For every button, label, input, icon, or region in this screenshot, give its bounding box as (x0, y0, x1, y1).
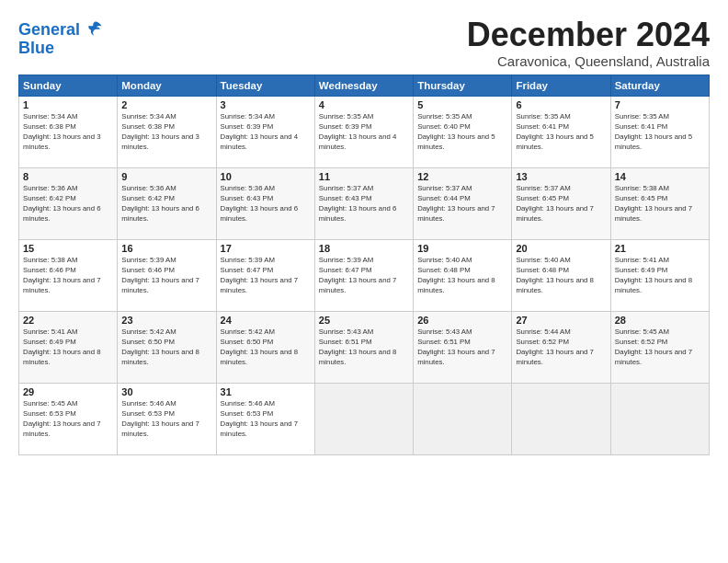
calendar-cell: 3Sunrise: 5:34 AMSunset: 6:39 PMDaylight… (216, 96, 314, 167)
day-number: 1 (23, 99, 113, 110)
day-number: 11 (319, 171, 409, 182)
calendar-cell: 7Sunrise: 5:35 AMSunset: 6:41 PMDaylight… (610, 96, 709, 167)
title-block: December 2024 Caravonica, Queensland, Au… (467, 17, 710, 69)
location-title: Caravonica, Queensland, Australia (467, 53, 710, 69)
col-header-saturday: Saturday (610, 75, 709, 96)
day-detail: Sunrise: 5:37 AMSunset: 6:43 PMDaylight:… (319, 183, 409, 224)
calendar-cell: 2Sunrise: 5:34 AMSunset: 6:38 PMDaylight… (118, 96, 216, 167)
day-number: 14 (615, 171, 705, 182)
day-detail: Sunrise: 5:45 AMSunset: 6:52 PMDaylight:… (615, 327, 705, 368)
calendar-cell (314, 383, 413, 454)
month-title: December 2024 (467, 17, 710, 53)
week-row-5: 29Sunrise: 5:45 AMSunset: 6:53 PMDayligh… (19, 383, 710, 454)
day-number: 2 (121, 99, 211, 110)
day-number: 29 (23, 386, 113, 397)
day-number: 5 (417, 99, 507, 110)
day-detail: Sunrise: 5:37 AMSunset: 6:44 PMDaylight:… (417, 183, 507, 224)
calendar-cell: 9Sunrise: 5:36 AMSunset: 6:42 PMDaylight… (118, 167, 216, 239)
day-detail: Sunrise: 5:35 AMSunset: 6:41 PMDaylight:… (615, 111, 705, 153)
calendar-cell: 26Sunrise: 5:43 AMSunset: 6:51 PMDayligh… (414, 311, 512, 383)
col-header-sunday: Sunday (19, 75, 118, 96)
calendar-cell (512, 383, 610, 454)
day-number: 13 (516, 171, 606, 182)
day-number: 30 (121, 386, 211, 397)
calendar-cell: 8Sunrise: 5:36 AMSunset: 6:42 PMDaylight… (19, 167, 118, 239)
day-detail: Sunrise: 5:43 AMSunset: 6:51 PMDaylight:… (417, 327, 507, 368)
day-number: 24 (221, 315, 311, 326)
calendar-cell: 11Sunrise: 5:37 AMSunset: 6:43 PMDayligh… (314, 167, 413, 239)
calendar-cell: 6Sunrise: 5:35 AMSunset: 6:41 PMDaylight… (512, 96, 610, 167)
day-number: 6 (516, 99, 606, 110)
col-header-friday: Friday (512, 75, 610, 96)
day-detail: Sunrise: 5:35 AMSunset: 6:40 PMDaylight:… (417, 111, 507, 153)
calendar-cell: 1Sunrise: 5:34 AMSunset: 6:38 PMDaylight… (19, 96, 118, 167)
day-detail: Sunrise: 5:38 AMSunset: 6:46 PMDaylight:… (23, 255, 113, 296)
calendar-cell: 19Sunrise: 5:40 AMSunset: 6:48 PMDayligh… (414, 239, 512, 311)
day-detail: Sunrise: 5:34 AMSunset: 6:38 PMDaylight:… (121, 111, 211, 153)
day-detail: Sunrise: 5:39 AMSunset: 6:47 PMDaylight:… (221, 255, 311, 296)
calendar-cell: 10Sunrise: 5:36 AMSunset: 6:43 PMDayligh… (216, 167, 314, 239)
day-detail: Sunrise: 5:34 AMSunset: 6:38 PMDaylight:… (23, 111, 113, 153)
calendar-cell: 24Sunrise: 5:42 AMSunset: 6:50 PMDayligh… (216, 311, 314, 383)
header-row: SundayMondayTuesdayWednesdayThursdayFrid… (19, 75, 710, 96)
day-number: 10 (221, 171, 311, 182)
day-number: 4 (319, 99, 409, 110)
day-detail: Sunrise: 5:43 AMSunset: 6:51 PMDaylight:… (319, 327, 409, 368)
day-number: 23 (121, 315, 211, 326)
col-header-monday: Monday (118, 75, 216, 96)
calendar-cell: 18Sunrise: 5:39 AMSunset: 6:47 PMDayligh… (314, 239, 413, 311)
day-detail: Sunrise: 5:46 AMSunset: 6:53 PMDaylight:… (221, 398, 311, 440)
calendar-cell: 16Sunrise: 5:39 AMSunset: 6:46 PMDayligh… (118, 239, 216, 311)
day-number: 26 (417, 315, 507, 326)
day-detail: Sunrise: 5:40 AMSunset: 6:48 PMDaylight:… (417, 255, 507, 296)
calendar-cell (610, 383, 709, 454)
day-number: 19 (417, 243, 507, 254)
calendar-cell: 27Sunrise: 5:44 AMSunset: 6:52 PMDayligh… (512, 311, 610, 383)
day-detail: Sunrise: 5:46 AMSunset: 6:53 PMDaylight:… (121, 398, 211, 440)
calendar-cell: 29Sunrise: 5:45 AMSunset: 6:53 PMDayligh… (19, 383, 118, 454)
logo-bird-icon (86, 19, 105, 38)
header: General Blue December 2024 Caravonica, Q… (18, 17, 710, 69)
calendar-cell (414, 383, 512, 454)
day-detail: Sunrise: 5:42 AMSunset: 6:50 PMDaylight:… (221, 327, 311, 368)
calendar-cell: 30Sunrise: 5:46 AMSunset: 6:53 PMDayligh… (118, 383, 216, 454)
calendar-cell: 28Sunrise: 5:45 AMSunset: 6:52 PMDayligh… (610, 311, 709, 383)
day-detail: Sunrise: 5:37 AMSunset: 6:45 PMDaylight:… (516, 183, 606, 224)
day-detail: Sunrise: 5:41 AMSunset: 6:49 PMDaylight:… (23, 327, 113, 368)
day-detail: Sunrise: 5:35 AMSunset: 6:39 PMDaylight:… (319, 111, 409, 153)
week-row-1: 1Sunrise: 5:34 AMSunset: 6:38 PMDaylight… (19, 96, 710, 167)
col-header-wednesday: Wednesday (314, 75, 413, 96)
logo-blue: Blue (18, 40, 105, 58)
day-detail: Sunrise: 5:39 AMSunset: 6:46 PMDaylight:… (121, 255, 211, 296)
day-detail: Sunrise: 5:41 AMSunset: 6:49 PMDaylight:… (615, 255, 705, 296)
day-number: 21 (615, 243, 705, 254)
day-number: 28 (615, 315, 705, 326)
calendar-cell: 23Sunrise: 5:42 AMSunset: 6:50 PMDayligh… (118, 311, 216, 383)
day-detail: Sunrise: 5:36 AMSunset: 6:42 PMDaylight:… (23, 183, 113, 224)
day-detail: Sunrise: 5:45 AMSunset: 6:53 PMDaylight:… (23, 398, 113, 440)
calendar-cell: 12Sunrise: 5:37 AMSunset: 6:44 PMDayligh… (414, 167, 512, 239)
col-header-thursday: Thursday (414, 75, 512, 96)
day-number: 7 (615, 99, 705, 110)
week-row-3: 15Sunrise: 5:38 AMSunset: 6:46 PMDayligh… (19, 239, 710, 311)
day-number: 12 (417, 171, 507, 182)
day-number: 20 (516, 243, 606, 254)
day-detail: Sunrise: 5:35 AMSunset: 6:41 PMDaylight:… (516, 111, 606, 153)
day-number: 25 (319, 315, 409, 326)
calendar-cell: 31Sunrise: 5:46 AMSunset: 6:53 PMDayligh… (216, 383, 314, 454)
calendar-cell: 21Sunrise: 5:41 AMSunset: 6:49 PMDayligh… (610, 239, 709, 311)
day-detail: Sunrise: 5:38 AMSunset: 6:45 PMDaylight:… (615, 183, 705, 224)
day-number: 3 (221, 99, 311, 110)
calendar-cell: 13Sunrise: 5:37 AMSunset: 6:45 PMDayligh… (512, 167, 610, 239)
day-number: 9 (121, 171, 211, 182)
day-number: 31 (221, 386, 311, 397)
day-number: 17 (221, 243, 311, 254)
day-detail: Sunrise: 5:40 AMSunset: 6:48 PMDaylight:… (516, 255, 606, 296)
calendar-cell: 25Sunrise: 5:43 AMSunset: 6:51 PMDayligh… (314, 311, 413, 383)
day-number: 22 (23, 315, 113, 326)
calendar-cell: 20Sunrise: 5:40 AMSunset: 6:48 PMDayligh… (512, 239, 610, 311)
col-header-tuesday: Tuesday (216, 75, 314, 96)
logo: General Blue (18, 20, 105, 57)
day-detail: Sunrise: 5:42 AMSunset: 6:50 PMDaylight:… (121, 327, 211, 368)
calendar-cell: 5Sunrise: 5:35 AMSunset: 6:40 PMDaylight… (414, 96, 512, 167)
